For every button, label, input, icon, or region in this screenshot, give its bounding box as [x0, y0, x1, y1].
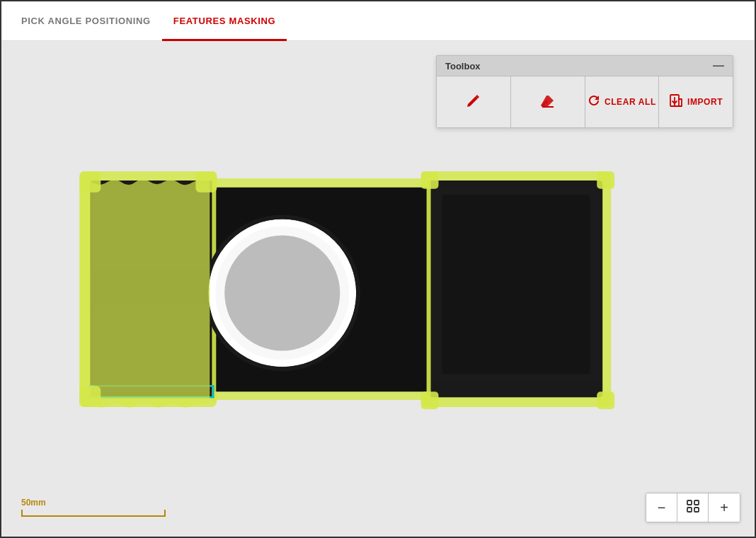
eraser-icon — [539, 93, 556, 112]
import-icon — [669, 93, 683, 111]
canvas-area: Toolbox — — [1, 41, 755, 537]
zoom-fit-icon — [687, 500, 699, 516]
scale-bar: 50mm — [21, 498, 166, 517]
svg-rect-27 — [694, 500, 699, 505]
toolbox-header: Toolbox — — [437, 56, 733, 76]
svg-rect-24 — [421, 391, 439, 409]
tab-pick-angle-label: PICK ANGLE POSITIONING — [21, 16, 151, 26]
svg-rect-28 — [687, 508, 692, 512]
svg-rect-8 — [427, 178, 431, 402]
zoom-out-label: − — [658, 500, 666, 516]
pencil-tool-button[interactable] — [437, 76, 511, 127]
toolbox: Toolbox — — [436, 55, 733, 128]
svg-rect-26 — [687, 500, 692, 505]
import-button[interactable]: IMPORT — [659, 76, 733, 127]
scale-line-middle — [23, 515, 164, 517]
toolbox-title: Toolbox — [445, 61, 481, 71]
clear-all-button[interactable]: CLEAR ALL — [585, 76, 660, 127]
toolbox-body: CLEAR ALL IMPORT — [437, 76, 733, 127]
main-container: PICK ANGLE POSITIONING FEATURES MASKING — [0, 0, 756, 538]
svg-rect-22 — [597, 391, 614, 409]
toolbox-minimize-button[interactable]: — — [713, 60, 724, 71]
scale-label: 50mm — [21, 498, 46, 508]
svg-rect-29 — [694, 508, 699, 512]
svg-rect-23 — [421, 171, 439, 189]
import-label: IMPORT — [687, 97, 723, 107]
clear-all-label: CLEAR ALL — [605, 97, 656, 107]
tab-pick-angle[interactable]: PICK ANGLE POSITIONING — [10, 1, 162, 41]
zoom-controls: − + — [646, 493, 740, 522]
scale-tick-right — [164, 510, 166, 517]
svg-rect-17 — [442, 195, 590, 374]
pencil-icon — [466, 93, 481, 112]
svg-rect-21 — [597, 171, 614, 189]
nav-bar: PICK ANGLE POSITIONING FEATURES MASKING — [1, 1, 755, 41]
zoom-in-button[interactable]: + — [709, 493, 740, 522]
svg-point-12 — [224, 235, 340, 350]
tab-features-masking-label: FEATURES MASKING — [173, 16, 276, 26]
eraser-tool-button[interactable] — [511, 76, 585, 127]
scale-line — [21, 510, 166, 517]
tab-features-masking[interactable]: FEATURES MASKING — [162, 1, 287, 41]
zoom-fit-button[interactable] — [677, 493, 709, 522]
refresh-icon — [588, 94, 600, 110]
zoom-out-button[interactable]: − — [646, 493, 677, 522]
zoom-in-label: + — [720, 500, 728, 516]
